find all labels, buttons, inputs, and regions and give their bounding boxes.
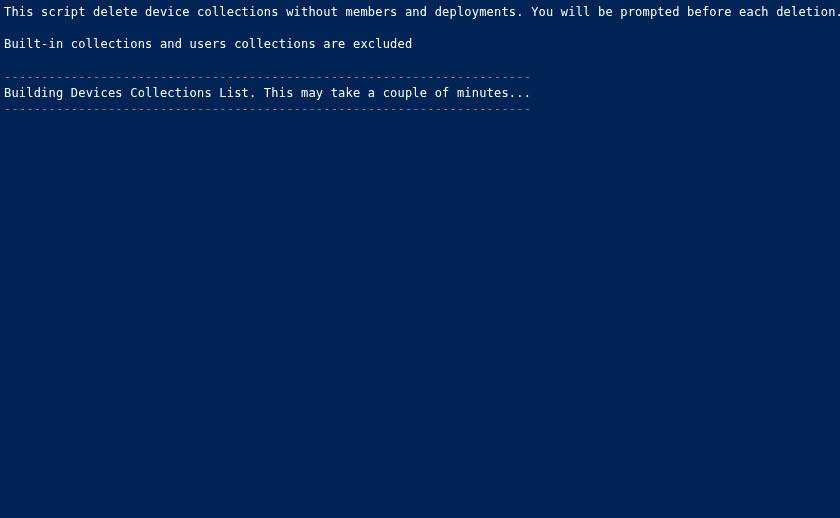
console-line-intro: This script delete device collections wi…: [4, 4, 836, 20]
console-blank-line: [4, 20, 836, 36]
console-line-exclusion: Built-in collections and users collectio…: [4, 36, 836, 52]
console-output: This script delete device collections wi…: [4, 4, 836, 117]
console-blank-line: [4, 53, 836, 69]
console-separator: ----------------------------------------…: [4, 69, 836, 85]
console-line-building: Building Devices Collections List. This …: [4, 85, 836, 101]
console-separator: ----------------------------------------…: [4, 101, 836, 117]
